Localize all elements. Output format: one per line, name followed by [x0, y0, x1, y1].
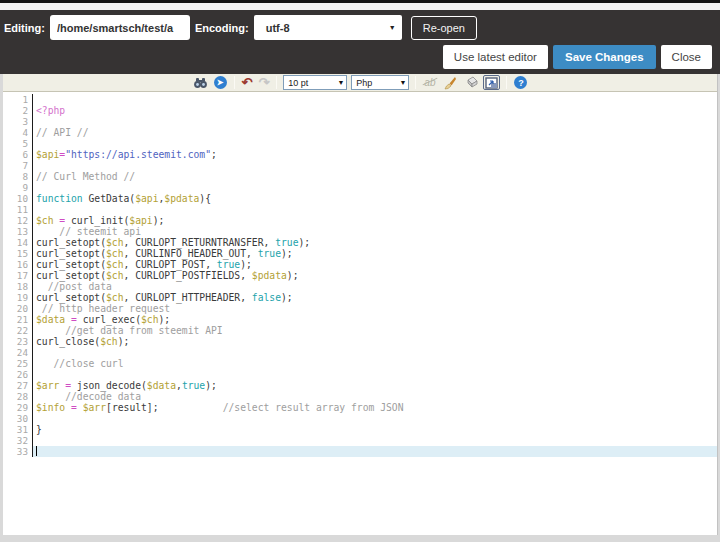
line-number: 16: [3, 259, 28, 270]
help-icon[interactable]: ?: [513, 75, 528, 90]
line-number: 20: [3, 303, 28, 314]
editor-panel: ➤ ↶ ↷ 10 pt ▼ Php ▼ ab: [3, 74, 718, 535]
spellcheck-disabled-icon[interactable]: ab: [422, 75, 437, 90]
code-line[interactable]: curl_setopt($ch, CURLOPT_RETURNTRANSFER,…: [33, 237, 717, 248]
use-latest-editor-button[interactable]: Use latest editor: [443, 45, 548, 69]
line-number: 4: [3, 127, 28, 138]
code-line[interactable]: [33, 435, 717, 446]
code-lines[interactable]: <?php// API //$api="https://api.steemit.…: [33, 94, 717, 457]
save-changes-button[interactable]: Save Changes: [553, 45, 656, 69]
editor-toolbar: ➤ ↶ ↷ 10 pt ▼ Php ▼ ab: [3, 74, 717, 92]
line-number: 28: [3, 391, 28, 402]
line-number: 30: [3, 413, 28, 424]
code-line[interactable]: [33, 204, 717, 215]
line-number: 11: [3, 204, 28, 215]
code-line[interactable]: // API //: [33, 127, 717, 138]
toolbar-separator: [276, 76, 277, 89]
line-number: 7: [3, 160, 28, 171]
code-line[interactable]: function GetData($api,$pdata){: [33, 193, 717, 204]
code-line[interactable]: curl_setopt($ch, CURLOPT_POSTFIELDS, $pd…: [33, 270, 717, 281]
reopen-button[interactable]: Re-open: [411, 16, 477, 40]
line-number: 31: [3, 424, 28, 435]
line-number: 19: [3, 292, 28, 303]
line-number: 6: [3, 149, 28, 160]
chevron-down-icon: ▼: [389, 24, 396, 31]
code-line[interactable]: // steemit api: [33, 226, 717, 237]
code-line[interactable]: }: [33, 424, 717, 435]
eraser-icon[interactable]: [462, 75, 479, 90]
code-line[interactable]: $api="https://api.steemit.com";: [33, 149, 717, 160]
text-cursor: [36, 446, 37, 456]
line-number: 23: [3, 336, 28, 347]
line-number: 32: [3, 435, 28, 446]
line-number: 13: [3, 226, 28, 237]
code-line[interactable]: $arr = json_decode($data,true);: [33, 380, 717, 391]
line-number: 24: [3, 347, 28, 358]
line-number: 21: [3, 314, 28, 325]
line-number: 29: [3, 402, 28, 413]
line-number: 5: [3, 138, 28, 149]
line-number: 18: [3, 281, 28, 292]
line-number: 26: [3, 369, 28, 380]
code-line[interactable]: curl_close($ch);: [33, 336, 717, 347]
code-line[interactable]: [33, 138, 717, 149]
code-line[interactable]: // http header request: [33, 303, 717, 314]
line-number: 27: [3, 380, 28, 391]
find-icon[interactable]: [192, 75, 209, 90]
close-button[interactable]: Close: [661, 45, 712, 69]
code-line[interactable]: $ch = curl_init($api);: [33, 215, 717, 226]
language-value: Php: [356, 78, 372, 88]
code-line[interactable]: curl_setopt($ch, CURLOPT_HTTPHEADER, fal…: [33, 292, 717, 303]
language-select[interactable]: Php ▼: [351, 75, 409, 90]
encoding-value: utf-8: [266, 22, 290, 34]
code-line[interactable]: [33, 413, 717, 424]
file-path-input[interactable]: [50, 15, 190, 40]
code-line[interactable]: $data = curl_exec($ch);: [33, 314, 717, 325]
code-line[interactable]: [33, 182, 717, 193]
code-line[interactable]: curl_setopt($ch, CURLINFO_HEADER_OUT, tr…: [33, 248, 717, 259]
popout-window-icon[interactable]: [483, 75, 500, 90]
toolbar-separator: [234, 76, 235, 89]
code-line[interactable]: $info = $arr[result]; //select result ar…: [33, 402, 717, 413]
toolbar-separator: [415, 76, 416, 89]
line-number: 14: [3, 237, 28, 248]
code-line[interactable]: // Curl Method //: [33, 171, 717, 182]
editor-page-margin: ➤ ↶ ↷ 10 pt ▼ Php ▼ ab: [0, 74, 720, 542]
code-line[interactable]: //decode data: [33, 391, 717, 402]
code-line[interactable]: //close curl: [33, 358, 717, 369]
chevron-down-icon: ▼: [337, 79, 344, 86]
code-line[interactable]: curl_setopt($ch, CURLOPT_POST, true);: [33, 259, 717, 270]
line-number: 9: [3, 182, 28, 193]
undo-icon[interactable]: ↶: [241, 75, 254, 90]
top-gray-strip: [0, 3, 720, 10]
gutter: 1234567891011121314151617181920212223242…: [3, 94, 33, 457]
header-row-file: Editing: Encoding: utf-8 ▼ Re-open: [4, 15, 712, 40]
line-number: 2: [3, 105, 28, 116]
code-line[interactable]: [33, 116, 717, 127]
code-line[interactable]: //post data: [33, 281, 717, 292]
editor-header: Editing: Encoding: utf-8 ▼ Re-open Use l…: [0, 10, 720, 74]
code-editor[interactable]: 1234567891011121314151617181920212223242…: [3, 92, 717, 535]
code-line[interactable]: [33, 347, 717, 358]
line-number: 15: [3, 248, 28, 259]
code-line[interactable]: <?php: [33, 105, 717, 116]
goto-icon[interactable]: ➤: [213, 75, 228, 90]
line-number: 12: [3, 215, 28, 226]
code-line[interactable]: //get data from steemit API: [33, 325, 717, 336]
active-code-line[interactable]: [33, 446, 717, 457]
code-line[interactable]: [33, 94, 717, 105]
line-number: 3: [3, 116, 28, 127]
code-line[interactable]: [33, 160, 717, 171]
code-line[interactable]: [33, 369, 717, 380]
font-size-value: 10 pt: [288, 78, 308, 88]
encoding-select[interactable]: utf-8 ▼: [254, 15, 402, 40]
line-number: 25: [3, 358, 28, 369]
redo-icon[interactable]: ↷: [257, 75, 270, 90]
line-number: 17: [3, 270, 28, 281]
chevron-down-icon: ▼: [399, 79, 406, 86]
editing-label: Editing:: [4, 22, 45, 34]
goto-arrow-glyph: ➤: [217, 79, 224, 87]
syntax-highlight-brush-icon[interactable]: [441, 75, 458, 90]
font-size-select[interactable]: 10 pt ▼: [283, 75, 347, 90]
encoding-label: Encoding:: [195, 22, 249, 34]
